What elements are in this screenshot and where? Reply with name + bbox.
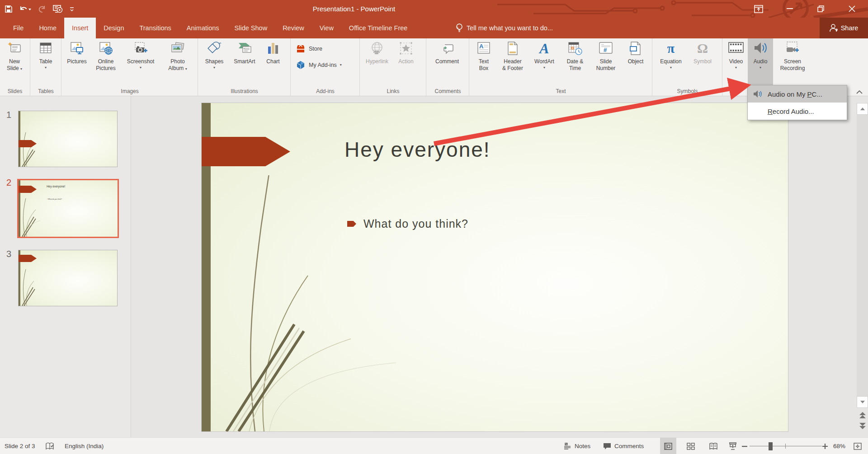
collapse-ribbon-chevron[interactable] [856,90,863,94]
start-from-beginning-button[interactable] [53,5,63,14]
header-footer-button[interactable]: Header & Footer [496,38,529,85]
chart-button[interactable]: Chart [260,38,286,85]
spell-check-icon[interactable] [45,438,54,454]
thumbnail-slide-1[interactable] [18,111,118,167]
zoom-in-button[interactable] [822,438,828,454]
comments-icon [603,443,611,450]
object-button[interactable]: Object [621,38,650,85]
comment-button[interactable]: Comment [428,38,466,85]
tell-me-box[interactable]: Tell me what you want to do... [456,18,553,38]
language-indicator[interactable]: English (India) [65,438,104,454]
zoom-slider-track[interactable] [750,446,822,446]
group-tables: Table ▾ Tables [31,38,61,96]
new-slide-button[interactable]: New Slide ▾ [1,38,28,85]
pictures-button[interactable]: Pictures [63,38,90,85]
object-icon [629,41,642,58]
online-pictures-button[interactable]: Online Pictures [90,38,121,85]
tell-me-placeholder: Tell me what you want to do... [467,24,553,32]
menu-item-record-audio[interactable]: Record Audio... [748,103,847,120]
slide-bullet-row[interactable]: What do you think? [347,217,468,230]
comments-button[interactable]: Comments [603,438,644,454]
status-bar: Slide 2 of 3 English (India) Notes Comme… [0,437,868,454]
menu-item-audio-on-my-pc[interactable]: Audio on My PC... [748,85,847,103]
restore-button[interactable] [807,0,835,18]
slide-canvas[interactable]: Hey everyone! What do you think? [202,103,788,431]
tab-file[interactable]: File [5,18,31,38]
scroll-up-button[interactable] [857,103,868,115]
zoom-level-indicator[interactable]: 68% [833,438,845,454]
notes-button[interactable]: Notes [563,438,590,454]
quick-access-toolbar [5,0,74,18]
fit-slide-to-window-button[interactable] [854,438,862,454]
reading-view-button[interactable] [705,438,722,454]
screen-recording-button[interactable]: Screen Recording [773,38,812,85]
slide-title[interactable]: Hey everyone! [344,137,491,162]
tab-animations[interactable]: Animations [179,18,227,38]
slide-indicator[interactable]: Slide 2 of 3 [5,438,35,454]
text-box-icon: A [476,41,491,58]
tab-design[interactable]: Design [96,18,132,38]
redo-button[interactable] [38,5,46,13]
save-button[interactable] [5,5,13,13]
scroll-down-button[interactable] [857,396,868,408]
next-slide-button[interactable] [858,421,868,431]
wordart-button[interactable]: A WordArt ▾ [529,38,560,85]
shapes-icon [207,41,222,58]
group-label-illustrations: Illustrations [198,88,290,94]
tab-insert[interactable]: Insert [64,18,96,38]
minimize-button[interactable] [776,0,803,18]
tab-slide-show[interactable]: Slide Show [227,18,275,38]
zoom-out-button[interactable] [742,438,747,454]
ribbon-tabs: File Home Insert Design Transitions Anim… [5,18,415,38]
smartart-icon [237,41,252,58]
thumbnail-slide-2-selected[interactable]: Hey everyone! ▪ What do you think? [17,179,119,238]
smartart-button[interactable]: SmartArt [229,38,260,85]
zoom-slider-center-tick [785,444,786,449]
scrollbar-track[interactable] [857,103,868,408]
close-button[interactable] [838,0,865,18]
group-symbols: π Equation ▾ Ω Symbol Symbols [653,38,722,96]
tab-transitions[interactable]: Transitions [132,18,179,38]
customize-quick-access-chevron[interactable] [70,7,74,11]
audio-button[interactable]: Audio ▾ [748,38,773,85]
group-images: Pictures Online Pictures Screenshot ▾ [62,38,198,96]
thumbnail-slide-3[interactable] [18,250,118,306]
equation-button[interactable]: π Equation ▾ [654,38,688,85]
previous-slide-button[interactable] [858,410,868,420]
group-addins: Store My Add-ins ▾ Add-ins [291,38,360,96]
table-button[interactable]: Table ▾ [32,38,59,85]
text-box-button[interactable]: A Text Box [471,38,496,85]
video-button[interactable]: Video ▾ [724,38,748,85]
slide-number-button[interactable]: # Slide Number [590,38,621,85]
my-addins-button[interactable]: My Add-ins ▾ [296,60,342,70]
slide-thumbnail-panel: 1 2 Hey everyone! ▪ What do you think? 3 [0,96,131,437]
arrow-bullet-icon [347,221,356,227]
normal-view-button[interactable] [660,438,676,454]
thumbnail-number-2: 2 [6,178,11,188]
speaker-icon [748,90,768,98]
audio-dropdown-menu: Audio on My PC... Record Audio... [747,85,847,120]
zoom-slider-handle[interactable] [769,442,773,450]
photo-album-button[interactable]: Photo Album ▾ [160,38,195,85]
action-button: Action [392,38,420,85]
notes-icon [563,443,571,450]
group-label-images: Images [62,88,198,94]
vertical-scrollbar [856,103,868,431]
lightbulb-icon [456,23,463,33]
store-button[interactable]: Store [296,44,322,54]
tab-view[interactable]: View [312,18,341,38]
slide-sorter-view-button[interactable] [683,438,699,454]
ribbon-display-options-button[interactable] [745,0,772,18]
tab-office-timeline-free[interactable]: Office Timeline Free [341,18,415,38]
slide-show-view-button[interactable] [725,438,741,454]
tab-home[interactable]: Home [31,18,64,38]
shapes-button[interactable]: Shapes ▾ [200,38,229,85]
pictures-icon [70,41,84,58]
share-button[interactable]: Share [820,18,868,38]
screenshot-button[interactable]: Screenshot ▾ [121,38,160,85]
tab-review[interactable]: Review [275,18,312,38]
undo-button[interactable] [19,5,31,13]
group-text: A Text Box Header & Footer A WordArt ▾ [470,38,652,96]
date-time-button[interactable]: Date & Time [560,38,590,85]
title-bar: Presentation1 - PowerPoint [0,0,868,18]
